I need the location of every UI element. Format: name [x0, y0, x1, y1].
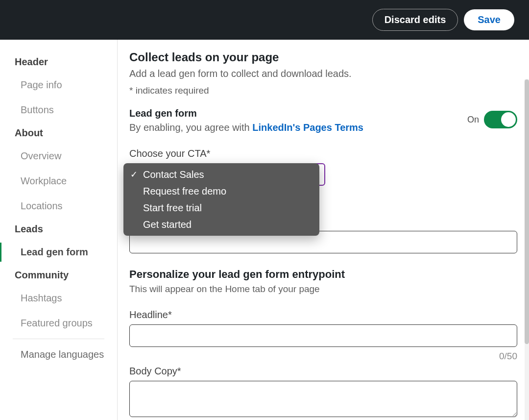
sidebar-item-hashtags[interactable]: Hashtags — [0, 286, 117, 311]
cta-field-label: Choose your CTA* — [129, 148, 517, 159]
headline-field-label: Headline* — [129, 309, 517, 321]
sidebar-item-overview[interactable]: Overview — [0, 144, 117, 169]
sidebar-item-buttons[interactable]: Buttons — [0, 98, 117, 123]
sidebar-section-community: Community — [0, 265, 117, 286]
toggle-state-label: On — [467, 115, 479, 125]
cta-option-label: Start free trial — [143, 202, 202, 214]
headline-input[interactable] — [129, 324, 517, 347]
sidebar-divider — [13, 339, 104, 339]
sidebar-item-featured-groups[interactable]: Featured groups — [0, 311, 117, 336]
sidebar-section-about: About — [0, 123, 117, 144]
sidebar-item-manage-languages[interactable]: Manage languages — [0, 342, 117, 367]
cta-dropdown-menu: ✓ Contact Sales Request free demo Start … — [123, 163, 319, 236]
sidebar-section-header: Header — [0, 51, 117, 73]
cta-option-get-started[interactable]: Get started — [123, 216, 319, 233]
sidebar-item-page-info[interactable]: Page info — [0, 73, 117, 98]
discard-edits-button[interactable]: Discard edits — [372, 9, 458, 31]
lead-gen-toggle[interactable] — [484, 111, 517, 128]
headline-char-counter: 0/50 — [129, 351, 517, 362]
cta-option-label: Get started — [143, 219, 192, 230]
cta-option-label: Request free demo — [143, 186, 226, 197]
entrypoint-subtext: This will appear on the Home tab of your… — [129, 284, 517, 295]
check-icon: ✓ — [130, 169, 138, 180]
lead-gen-terms-line: By enabling, you agree with LinkedIn's P… — [129, 122, 363, 133]
body-copy-textarea[interactable] — [129, 381, 517, 417]
lead-gen-form-heading: Lead gen form — [129, 108, 363, 119]
sidebar-section-leads: Leads — [0, 219, 117, 240]
save-button[interactable]: Save — [464, 9, 514, 30]
terms-prefix: By enabling, you agree with — [129, 122, 252, 133]
toggle-knob — [501, 112, 516, 127]
entrypoint-heading: Personalize your lead gen form entrypoin… — [129, 268, 517, 281]
body-copy-field-label: Body Copy* — [129, 366, 517, 377]
cta-option-request-free-demo[interactable]: Request free demo — [123, 183, 319, 199]
cta-option-contact-sales[interactable]: ✓ Contact Sales — [123, 166, 319, 183]
main-panel: Collect leads on your page Add a lead ge… — [118, 40, 529, 420]
page-title: Collect leads on your page — [129, 50, 517, 64]
scrollbar-thumb[interactable] — [525, 79, 529, 344]
cta-option-start-free-trial[interactable]: Start free trial — [123, 199, 319, 216]
sidebar-item-locations[interactable]: Locations — [0, 194, 117, 219]
sidebar-item-workplace[interactable]: Workplace — [0, 169, 117, 194]
cta-option-label: Contact Sales — [143, 169, 204, 180]
linkedin-pages-terms-link[interactable]: LinkedIn's Pages Terms — [252, 122, 363, 133]
settings-sidebar: Header Page info Buttons About Overview … — [0, 40, 118, 420]
sidebar-item-lead-gen-form[interactable]: Lead gen form — [0, 240, 117, 265]
top-bar: Discard edits Save — [0, 0, 529, 40]
page-description: Add a lead gen form to collect and downl… — [129, 68, 517, 79]
vertical-scrollbar[interactable] — [525, 79, 529, 420]
required-note: * indicates required — [129, 85, 517, 96]
